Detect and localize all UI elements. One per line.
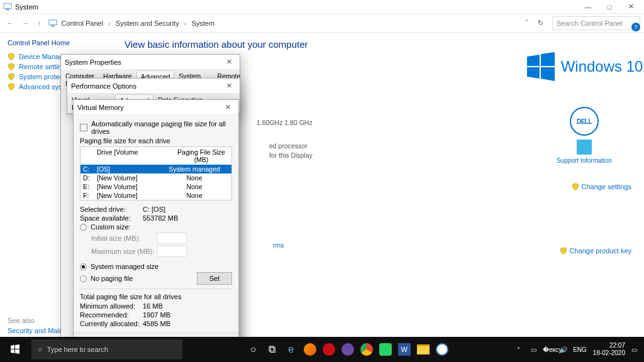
dialog-titlebar: System Properties ✕ <box>61 55 240 70</box>
svg-rect-1 <box>6 9 9 10</box>
volume-icon[interactable]: 🔊 <box>558 346 569 353</box>
virtual-memory-body: Automatically manage paging file size fo… <box>74 115 238 332</box>
selected-drive-row: Selected drive: C: [OS] <box>80 206 232 213</box>
system-managed-label: System managed size <box>91 263 158 270</box>
start-button[interactable] <box>0 337 30 362</box>
chevron-right-icon: › <box>107 19 112 27</box>
language-indicator[interactable]: ENG <box>573 346 587 353</box>
explorer-icon[interactable] <box>414 337 433 362</box>
min-key: Minimum allowed: <box>80 302 143 310</box>
taskbar-search[interactable]: ○ Type here to search <box>31 339 182 359</box>
shield-icon <box>8 73 15 80</box>
svg-rect-3 <box>51 25 54 26</box>
chrome-icon[interactable] <box>357 337 376 362</box>
breadcrumb-dropdown-icon[interactable]: ˅ <box>525 19 529 27</box>
min-value: 16 MB <box>143 302 163 310</box>
windows-logo-icon <box>526 52 556 82</box>
dialog-titlebar: Performance Options ✕ <box>67 79 240 94</box>
max-size-input[interactable] <box>157 246 187 257</box>
close-icon[interactable]: ✕ <box>223 82 236 90</box>
processor-note: ed processor <box>269 142 513 150</box>
terms-link[interactable]: rms <box>273 241 513 249</box>
search-input[interactable]: Search Control Panel <box>552 16 640 30</box>
shield-icon <box>8 53 15 60</box>
control-panel-home[interactable]: Control Panel Home <box>8 39 106 47</box>
initial-size-label: Initial size (MB): <box>91 234 157 242</box>
drive-row[interactable]: C:[OS]System managed <box>80 165 231 173</box>
breadcrumb-item[interactable]: Control Panel <box>62 19 104 27</box>
drive-row[interactable]: D:[New Volume]None <box>80 173 231 182</box>
search-placeholder: Search Control Panel <box>557 19 623 27</box>
clock-time: 22:07 <box>593 342 625 349</box>
close-button[interactable]: ✕ <box>620 3 641 11</box>
svg-rect-0 <box>4 3 11 8</box>
app-icon[interactable] <box>338 337 357 362</box>
drive-row[interactable]: E:[New Volume]None <box>80 182 231 191</box>
cur-key: Currently allocated: <box>80 320 143 327</box>
window-title: System <box>15 3 577 11</box>
refresh-button[interactable]: ↻ <box>533 19 548 27</box>
nav-up[interactable]: ↑ <box>35 19 44 27</box>
dialog-title: System Properties <box>65 58 223 66</box>
close-icon[interactable]: ✕ <box>221 103 235 111</box>
taskbar: ○ Type here to search ○ ⧉ e W ˄ ▭ �ексу … <box>0 337 644 362</box>
oem-badge <box>577 140 592 155</box>
drive-list-header: Drive [Volume Paging File Size (MB) <box>80 147 231 165</box>
current-row: Currently allocated: 4585 MB <box>80 320 232 327</box>
system-icon <box>48 18 58 28</box>
nav-forward[interactable]: → <box>19 19 31 27</box>
shield-icon <box>8 83 15 90</box>
dialog-title: Performance Options <box>71 82 223 90</box>
change-product-key-link[interactable]: Change product key <box>560 247 631 255</box>
initial-size-row: Initial size (MB): <box>91 233 232 244</box>
change-key-label: Change product key <box>570 247 631 255</box>
settings-app-icon[interactable] <box>433 337 452 362</box>
auto-manage-row: Automatically manage paging file size fo… <box>80 120 232 135</box>
minimize-button[interactable]: — <box>577 3 599 11</box>
cortana-icon[interactable]: ○ <box>244 337 263 362</box>
maximize-button[interactable]: □ <box>599 3 620 11</box>
support-info-link[interactable]: Support Information <box>557 157 612 164</box>
word-icon[interactable]: W <box>395 337 414 362</box>
breadcrumb-item[interactable]: System <box>191 19 214 27</box>
breadcrumb-item[interactable]: System and Security <box>116 19 179 27</box>
windows10-text: Windows 10 <box>561 58 643 75</box>
notifications-icon[interactable]: ▭ <box>629 346 640 353</box>
clock[interactable]: 22:07 18-02-2020 <box>593 342 625 357</box>
rec-key: Recommended: <box>80 311 143 319</box>
display-note: for this Display <box>269 151 513 159</box>
total-label: Total paging file size for all drives <box>80 293 232 300</box>
whatsapp-icon[interactable] <box>376 337 395 362</box>
window-titlebar: System — □ ✕ <box>0 0 644 14</box>
system-managed-radio[interactable] <box>80 263 87 270</box>
firefox-icon[interactable] <box>301 337 319 362</box>
shield-icon <box>572 183 579 190</box>
dell-text: DELL <box>577 118 592 125</box>
dialog-titlebar: Virtual Memory ✕ <box>74 100 238 115</box>
tray-chevron-icon[interactable]: ˄ <box>513 346 524 353</box>
drive-list: Drive [Volume Paging File Size (MB) C:[O… <box>80 146 232 200</box>
edge-icon[interactable]: e <box>282 337 301 362</box>
drive-row[interactable]: F:[New Volume]None <box>80 191 231 200</box>
battery-icon[interactable]: ▭ <box>528 346 539 353</box>
nav-back[interactable]: ← <box>4 19 16 27</box>
set-button[interactable]: Set <box>197 272 232 285</box>
custom-size-radio[interactable] <box>80 224 87 231</box>
close-icon[interactable]: ✕ <box>223 58 236 66</box>
recommended-row: Recommended: 1907 MB <box>80 311 232 319</box>
auto-manage-checkbox[interactable] <box>80 124 87 131</box>
search-placeholder: Type here to search <box>47 346 108 353</box>
help-icon[interactable]: ? <box>631 23 640 31</box>
custom-size-label: Custom size: <box>91 223 131 231</box>
windows10-brand: Windows 10 <box>526 52 643 82</box>
paging-size-label: Paging file size for each drive <box>80 137 232 145</box>
change-settings-link[interactable]: Change settings <box>572 183 632 190</box>
no-paging-radio[interactable] <box>80 275 87 282</box>
initial-size-input[interactable] <box>157 233 187 244</box>
taskbar-icons: ○ ⧉ e W <box>244 337 452 362</box>
opera-icon[interactable] <box>319 337 338 362</box>
taskview-icon[interactable]: ⧉ <box>263 337 282 362</box>
wifi-icon[interactable]: �ексу <box>543 346 554 353</box>
no-paging-label: No paging file <box>91 275 133 282</box>
no-paging-row: No paging file Set <box>80 272 232 285</box>
